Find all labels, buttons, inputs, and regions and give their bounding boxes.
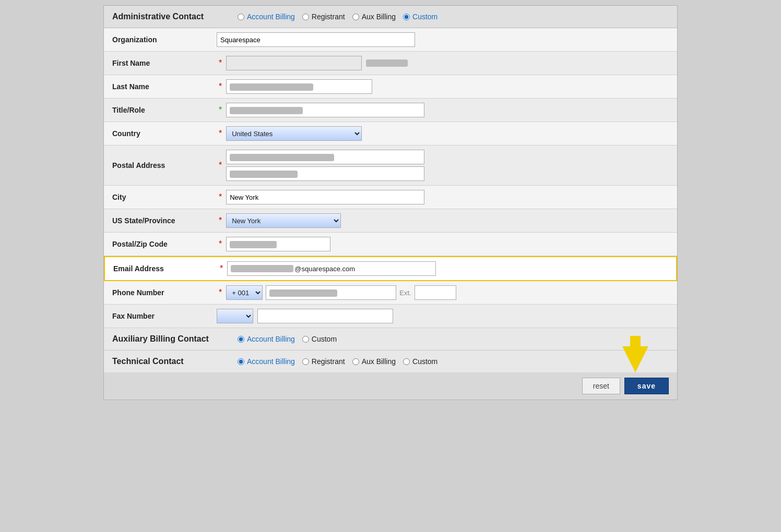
country-select[interactable]: United States Canada United Kingdom bbox=[226, 126, 362, 141]
save-button[interactable]: save bbox=[624, 378, 669, 394]
postal-address-label: Postal Address bbox=[112, 161, 217, 170]
first-name-row: First Name * bbox=[104, 52, 677, 75]
tech-contact-options: Account Billing Registrant Aux Billing C… bbox=[238, 357, 437, 366]
aux-billing-title: Auxiliary Billing Contact bbox=[112, 334, 227, 344]
fax-number-row: Fax Number + 001 bbox=[104, 305, 677, 328]
organization-input-container bbox=[217, 32, 669, 47]
us-state-input-container: New York California Texas bbox=[226, 213, 669, 228]
city-row: City * bbox=[104, 186, 677, 209]
postal-address-required: * bbox=[219, 161, 222, 170]
organization-input[interactable] bbox=[217, 32, 415, 47]
country-row: Country * United States Canada United Ki… bbox=[104, 122, 677, 146]
admin-aux-billing-label: Aux Billing bbox=[362, 13, 396, 21]
first-name-input[interactable] bbox=[226, 56, 362, 70]
form-container: Administrative Contact Account Billing R… bbox=[103, 5, 678, 400]
aux-account-billing-option[interactable]: Account Billing bbox=[238, 335, 295, 343]
organization-row: Organization bbox=[104, 28, 677, 52]
first-name-label: First Name bbox=[112, 59, 217, 67]
admin-account-billing-label: Account Billing bbox=[247, 13, 295, 21]
last-name-row: Last Name * bbox=[104, 75, 677, 99]
tech-contact-row: Technical Contact Account Billing Regist… bbox=[104, 350, 677, 372]
first-name-input-container bbox=[226, 56, 669, 70]
aux-billing-row: Auxiliary Billing Contact Account Billin… bbox=[104, 328, 677, 350]
reset-button[interactable]: reset bbox=[582, 378, 620, 394]
last-name-blur bbox=[230, 83, 313, 91]
tech-custom-label: Custom bbox=[412, 357, 437, 366]
tech-aux-billing-label: Aux Billing bbox=[362, 357, 396, 366]
email-address-label: Email Address bbox=[113, 264, 218, 273]
us-state-row: US State/Province * New York California … bbox=[104, 209, 677, 233]
postal-zip-label: Postal/Zip Code bbox=[112, 240, 217, 248]
ext-input[interactable] bbox=[415, 285, 456, 300]
title-role-input-container bbox=[226, 103, 669, 117]
tech-account-billing-label: Account Billing bbox=[247, 357, 295, 366]
fax-select[interactable]: + 001 bbox=[217, 309, 253, 323]
admin-custom-option[interactable]: Custom bbox=[403, 13, 437, 21]
last-name-label: Last Name bbox=[112, 82, 217, 91]
email-blur bbox=[231, 265, 293, 272]
tech-contact-title: Technical Contact bbox=[112, 357, 227, 366]
email-address-row: Email Address * @squarespace.com bbox=[104, 256, 677, 281]
admin-registrant-option[interactable]: Registrant bbox=[302, 13, 345, 21]
organization-label: Organization bbox=[112, 35, 217, 44]
postal-address-blur-1 bbox=[230, 154, 334, 161]
city-label: City bbox=[112, 193, 217, 201]
admin-account-billing-option[interactable]: Account Billing bbox=[238, 13, 295, 21]
form-fields: Organization First Name * Last Name * bbox=[104, 28, 677, 328]
aux-billing-options: Account Billing Custom bbox=[238, 335, 337, 343]
ext-label: Ext. bbox=[399, 289, 411, 297]
city-required: * bbox=[219, 192, 222, 202]
postal-zip-input-container bbox=[226, 237, 669, 251]
phone-number-label: Phone Number bbox=[112, 288, 217, 297]
postal-zip-row: Postal/Zip Code * bbox=[104, 233, 677, 256]
city-input[interactable] bbox=[226, 190, 424, 204]
us-state-required: * bbox=[219, 216, 222, 225]
last-name-input-container bbox=[226, 79, 669, 94]
postal-address-row: Postal Address * bbox=[104, 146, 677, 186]
tech-registrant-option[interactable]: Registrant bbox=[302, 357, 345, 366]
admin-contact-options: Account Billing Registrant Aux Billing C… bbox=[238, 13, 437, 21]
first-name-required: * bbox=[219, 58, 222, 68]
fax-number-input-container: + 001 bbox=[217, 309, 669, 323]
city-input-container bbox=[226, 190, 669, 204]
title-role-blur bbox=[230, 107, 303, 114]
country-input-container: United States Canada United Kingdom bbox=[226, 126, 669, 141]
admin-registrant-label: Registrant bbox=[312, 13, 345, 21]
aux-account-billing-label: Account Billing bbox=[247, 335, 295, 343]
postal-address-input-container bbox=[226, 150, 669, 181]
email-address-required: * bbox=[220, 264, 223, 273]
admin-custom-label: Custom bbox=[412, 13, 437, 21]
last-name-required: * bbox=[219, 82, 222, 91]
email-address-input-container: @squarespace.com bbox=[227, 261, 668, 276]
country-required: * bbox=[219, 129, 222, 138]
phone-number-required: * bbox=[219, 288, 222, 297]
postal-address-blur-2 bbox=[230, 171, 298, 178]
aux-custom-option[interactable]: Custom bbox=[302, 335, 337, 343]
first-name-blur bbox=[366, 59, 408, 67]
admin-aux-billing-option[interactable]: Aux Billing bbox=[352, 13, 396, 21]
arrow-indicator bbox=[620, 336, 651, 374]
phone-country-select[interactable]: + 001 + 044 bbox=[226, 285, 263, 300]
fax-number-label: Fax Number bbox=[112, 312, 217, 320]
title-role-label: Title/Role bbox=[112, 106, 217, 114]
admin-contact-title: Administrative Contact bbox=[112, 12, 227, 21]
phone-number-input-container: + 001 + 044 Ext. bbox=[226, 285, 669, 300]
country-label: Country bbox=[112, 129, 217, 138]
tech-account-billing-option[interactable]: Account Billing bbox=[238, 357, 295, 366]
title-role-required: * bbox=[219, 105, 222, 115]
aux-custom-label: Custom bbox=[312, 335, 337, 343]
tech-aux-billing-option[interactable]: Aux Billing bbox=[352, 357, 396, 366]
phone-number-row: Phone Number * + 001 + 044 Ext. bbox=[104, 281, 677, 305]
us-state-label: US State/Province bbox=[112, 216, 217, 225]
admin-contact-header: Administrative Contact Account Billing R… bbox=[104, 6, 677, 28]
svg-marker-0 bbox=[622, 336, 648, 372]
postal-zip-required: * bbox=[219, 239, 222, 249]
tech-registrant-label: Registrant bbox=[312, 357, 345, 366]
title-role-row: Title/Role * bbox=[104, 99, 677, 122]
phone-blur bbox=[269, 289, 337, 297]
fax-input[interactable] bbox=[257, 309, 393, 323]
us-state-select[interactable]: New York California Texas bbox=[226, 213, 341, 228]
tech-custom-option[interactable]: Custom bbox=[403, 357, 437, 366]
email-domain: @squarespace.com bbox=[294, 265, 355, 273]
action-bar: reset save bbox=[104, 372, 677, 400]
